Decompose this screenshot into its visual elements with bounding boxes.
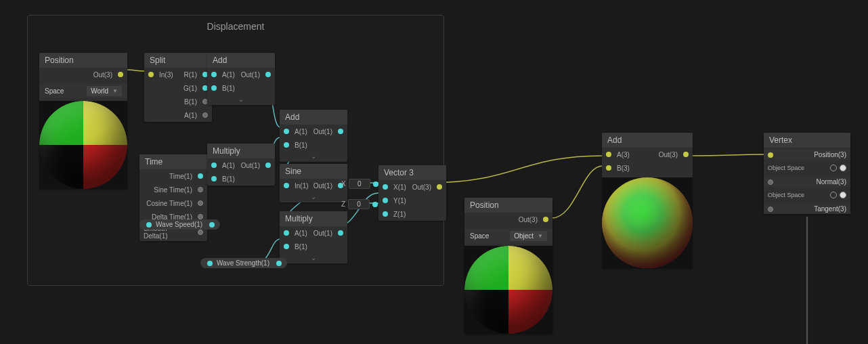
port-out[interactable] (265, 72, 271, 77)
port-position[interactable] (768, 152, 773, 158)
node-title: Position (39, 53, 127, 68)
x-field[interactable]: 0 (349, 179, 370, 189)
port-sine[interactable] (198, 187, 203, 192)
node-sine[interactable]: Sine In(1) Out(1) ⌄ (280, 164, 347, 202)
node-add-2[interactable]: Add A(1) Out(1) B(1) ⌄ (280, 110, 347, 162)
toggle-normal-space[interactable] (830, 165, 837, 171)
toggle-tangent-space-on[interactable] (840, 192, 846, 198)
port-out[interactable] (118, 72, 123, 77)
port-out[interactable] (338, 230, 343, 236)
port-z-out[interactable] (372, 202, 378, 207)
property-wave-speed[interactable]: Wave Speed(1) (139, 219, 220, 230)
port-delta[interactable] (198, 214, 203, 219)
collapse-chevron[interactable]: ⌄ (280, 253, 347, 263)
node-title: Multiply (207, 144, 275, 158)
port-smooth[interactable] (198, 230, 203, 235)
port-label: Out(3) (519, 216, 538, 223)
node-preview (602, 177, 693, 268)
node-multiply-1[interactable]: Multiply A(1) Out(1) B(1) (207, 144, 275, 186)
collapse-chevron[interactable]: ⌄ (207, 95, 275, 105)
node-title: Position (464, 198, 552, 213)
group-title: Displacement (28, 21, 443, 32)
node-split[interactable]: Split In(3) R(1) G(1) B(1) A(1) (144, 53, 212, 122)
port-x-out[interactable] (373, 181, 378, 187)
node-title: Split (144, 53, 212, 68)
node-position-world[interactable]: Position Out(3) Space World (39, 53, 127, 189)
node-title: Vector 3 (378, 165, 446, 180)
node-title: Vertex (764, 133, 850, 148)
z-value-input[interactable]: Z 0 (341, 199, 378, 209)
vertex-connector-stem (806, 217, 808, 344)
port-z[interactable] (383, 211, 388, 217)
collapse-chevron[interactable]: ⌄ (280, 152, 347, 162)
port-a[interactable] (284, 230, 289, 236)
collapse-chevron[interactable]: ⌄ (280, 192, 347, 202)
port-normal[interactable] (768, 179, 773, 185)
node-title: Time (139, 154, 207, 169)
node-vertex[interactable]: Vertex Position(3) Object Space Normal(3… (764, 133, 850, 214)
space-label: Space (45, 87, 64, 95)
node-add-3[interactable]: Add A(3) Out(3) B(3) (602, 133, 693, 268)
node-title: Add (207, 53, 275, 68)
node-preview (464, 246, 552, 334)
port-label: Out(3) (93, 71, 112, 79)
port-cosine[interactable] (198, 200, 203, 206)
port-out[interactable] (276, 261, 282, 266)
port-a[interactable] (211, 72, 217, 77)
space-select[interactable]: Object (510, 231, 547, 241)
port-out[interactable] (683, 152, 689, 157)
port-out[interactable] (437, 184, 442, 190)
node-preview (39, 101, 127, 189)
port-b[interactable] (606, 165, 611, 171)
x-value-input[interactable]: X 0 (341, 179, 378, 189)
port-b[interactable] (211, 85, 217, 91)
port-tangent[interactable] (768, 207, 773, 212)
node-vector3[interactable]: Vector 3 X(1) Out(3) Y(1) Z(1) (378, 165, 446, 221)
space-select[interactable]: World (87, 86, 122, 96)
node-title: Add (602, 133, 693, 148)
port-dot[interactable] (207, 261, 213, 266)
property-wave-strength[interactable]: Wave Strength(1) (200, 258, 287, 268)
node-title: Add (280, 110, 347, 125)
toggle-tangent-space[interactable] (830, 192, 837, 198)
port-b[interactable] (284, 244, 289, 249)
node-multiply-2[interactable]: Multiply A(1) Out(1) B(1) ⌄ (280, 211, 347, 263)
port-a[interactable] (606, 152, 611, 157)
node-title: Sine (280, 164, 347, 179)
port-a[interactable] (284, 129, 289, 134)
port-out[interactable] (338, 129, 343, 134)
port-time[interactable] (198, 173, 203, 179)
node-add-1[interactable]: Add A(1) Out(1) B(1) ⌄ (207, 53, 275, 105)
port-a[interactable] (211, 163, 217, 168)
port-a[interactable] (202, 112, 208, 118)
port-in[interactable] (148, 72, 154, 77)
port-in[interactable] (284, 183, 289, 188)
toggle-normal-space-on[interactable] (840, 165, 846, 171)
port-y[interactable] (383, 198, 388, 203)
node-position-object[interactable]: Position Out(3) Space Object (464, 198, 552, 334)
port-b[interactable] (211, 176, 217, 181)
port-out[interactable] (543, 217, 548, 222)
port-dot[interactable] (146, 222, 152, 228)
space-label: Space (470, 232, 489, 240)
port-out[interactable] (209, 222, 215, 228)
port-out[interactable] (265, 163, 271, 168)
port-b[interactable] (284, 142, 289, 148)
z-field[interactable]: 0 (348, 199, 370, 209)
node-title: Multiply (280, 211, 347, 226)
port-x[interactable] (383, 184, 388, 190)
